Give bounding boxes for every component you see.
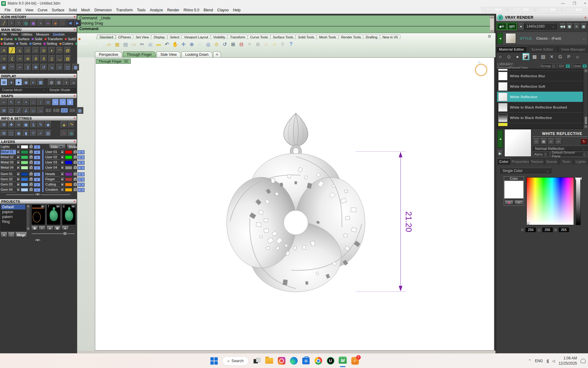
toolbar-tab-cplanes[interactable]: CPlanes [115, 35, 134, 39]
menu-help[interactable]: Help [231, 7, 243, 13]
layer-expand-button[interactable]: ▶ [17, 183, 20, 186]
layer-visibility-toggle[interactable]: I [78, 188, 85, 192]
cplane-icon[interactable]: ⌗ [246, 40, 253, 48]
snap-increment-0.5[interactable]: 0.5 [61, 108, 68, 113]
copy-icon[interactable]: ▣ [147, 40, 154, 48]
layer-visibility-toggle[interactable]: I [78, 178, 85, 182]
curve-tools-row1-tool[interactable]: ⊙ [40, 47, 47, 54]
grid-four-icon[interactable]: ⊞ [1, 130, 7, 136]
transform-tools-row-tool[interactable]: ◠ [9, 64, 15, 71]
snap-icon[interactable]: − [59, 99, 66, 105]
layer-scroll-bar[interactable] [42, 150, 43, 170]
lock-icon[interactable] [29, 172, 33, 176]
shade-sphere-icon[interactable]: ◒ [70, 79, 77, 86]
rgb-value-g[interactable]: 255 [542, 228, 553, 232]
project-up-button[interactable]: ↑ [8, 232, 15, 237]
pan-icon[interactable]: ✋ [172, 40, 179, 48]
gradient-swatch-icon[interactable]: ◪ [522, 53, 530, 60]
pink-ring-icon[interactable]: ○ [61, 130, 67, 136]
start-button[interactable] [210, 357, 218, 365]
close-vray-icon[interactable]: × [585, 16, 586, 19]
layer-color-swatch[interactable] [65, 150, 72, 154]
color-mode-dropdown[interactable]: Single Color ⌄ [500, 168, 551, 173]
task-view-button[interactable] [253, 357, 261, 365]
style-dropdown-icon[interactable]: ⌄ [582, 36, 585, 40]
snap-icon[interactable]: ↖ [8, 99, 15, 105]
layer-visibility-toggle[interactable]: I [34, 145, 40, 149]
quad-view-icon[interactable]: ▦ [37, 79, 44, 86]
user-toggle[interactable]: UserI [572, 63, 588, 68]
snap-icon[interactable]: ∴ [30, 99, 37, 105]
layer-name[interactable]: User 02 [45, 155, 60, 160]
doc-cube-icon[interactable]: ▣ [23, 121, 29, 128]
snap-option-icon[interactable]: ↔ [37, 107, 44, 114]
collapse-projects-button[interactable]: ▼ [34, 239, 41, 242]
lock-icon[interactable] [73, 155, 77, 159]
point-edit-icon[interactable]: ∵ [15, 20, 22, 26]
layer-expand-button[interactable]: ▶ [17, 155, 20, 159]
viewport-tab-side-view[interactable]: Side View [156, 52, 181, 57]
render-pink-button[interactable]: ◆R [497, 23, 507, 30]
snap-option-icon[interactable]: ▢ [8, 107, 15, 114]
toolbar-tab-mesh-tools[interactable]: Mesh Tools [316, 35, 339, 39]
sphere-select-icon[interactable]: ◉ [15, 130, 22, 136]
layer-color-swatch[interactable] [65, 161, 72, 164]
detail-tab-lights[interactable]: Lights [574, 158, 588, 165]
category-art[interactable]: Art [78, 37, 86, 41]
layer-color-swatch[interactable] [21, 166, 28, 170]
layer-color-swatch[interactable] [21, 172, 28, 176]
shade-sphere-icon[interactable]: ◑ [63, 79, 70, 86]
undo-icon[interactable]: ↶ [164, 40, 170, 48]
toolbar-tab-render-tools[interactable]: Render Tools [338, 35, 364, 39]
command-scrollbar[interactable]: ▲▼ [490, 16, 494, 33]
viewport-tab-looking-down[interactable]: Looking Down [181, 52, 213, 57]
transform-tools-row-tool[interactable]: ✚ [32, 64, 39, 71]
car-icon[interactable]: ⊟ [238, 40, 245, 48]
layer-name[interactable]: User 03 [45, 160, 60, 165]
layer-expand-button[interactable]: ▶ [17, 188, 20, 192]
curve-tools-row2-tool[interactable]: ▤ [64, 55, 71, 62]
layer-name[interactable]: Gem 02 [1, 177, 16, 182]
curve-tools-row1-tool[interactable]: ◠ [56, 47, 63, 54]
snap-icon[interactable]: ⊙ [45, 99, 51, 105]
project-thumbnail-3[interactable]: 8▶ [62, 204, 76, 225]
curve-tools-row2-tool[interactable]: ζ [9, 55, 15, 62]
history-clock-icon[interactable]: ◔ [8, 20, 15, 26]
file-explorer-button[interactable] [265, 357, 273, 365]
lock-icon[interactable] [29, 188, 33, 192]
material-list[interactable]: White Reflective BlurWhite Reflective So… [497, 69, 583, 129]
reflection-dropdown[interactable]: Normal Reflection ⌄ [533, 146, 587, 151]
curve-tools-row2-tool[interactable]: ≈ [1, 55, 7, 62]
lock-icon[interactable] [73, 188, 77, 192]
select-box-icon[interactable]: ▫ [37, 20, 44, 26]
curve-tools-row2-tool[interactable]: ◡ [56, 55, 63, 62]
mesh-quality-dropdown[interactable]: Coarse Mesh⌄ [1, 87, 47, 92]
menu-mesh[interactable]: Mesh [79, 7, 92, 13]
snap-icon[interactable]: − [52, 99, 59, 105]
projects-scrollbar[interactable]: ▲▼ [26, 204, 30, 231]
layer-expand-button[interactable]: ▶ [61, 183, 64, 186]
sphere-icon[interactable]: ● [514, 53, 521, 60]
layer-expand-button[interactable]: ▶ [61, 166, 64, 170]
grid-settings-icon[interactable]: ▦ [77, 107, 83, 114]
value-slider[interactable] [576, 177, 581, 225]
layer-color-swatch[interactable] [21, 150, 28, 154]
layer-expand-button[interactable]: ▶ [17, 161, 20, 164]
collapse-material-button[interactable]: ◀ [497, 130, 503, 148]
export-icon[interactable]: ▭ [130, 40, 137, 48]
gv-toggle[interactable]: GVI [558, 63, 571, 68]
transform-tools-row-tool[interactable]: ↘ [48, 64, 55, 71]
cut-icon[interactable]: ✂ [139, 40, 145, 48]
clock[interactable]: 1:06 AM 12/25/2025 [559, 356, 577, 366]
collapse-style-button[interactable]: ◀ [497, 33, 503, 44]
toolbar-tab-display[interactable]: Display [151, 35, 168, 39]
snap-increment-1.0[interactable]: 1.0 [69, 108, 76, 113]
save-as-material-button[interactable]: ▦ [540, 138, 547, 144]
layer-name[interactable]: Cutting [45, 182, 60, 187]
forward-icon[interactable]: ▶ [74, 20, 81, 26]
load-thumbnail-button[interactable]: ▲ [47, 226, 53, 230]
clear-color-button[interactable]: × [514, 201, 523, 205]
close-section-icon[interactable]: × [74, 140, 76, 143]
curve-tools-row1-tool[interactable]: ◗ [48, 47, 55, 54]
category-setting[interactable]: Setting [43, 42, 57, 45]
